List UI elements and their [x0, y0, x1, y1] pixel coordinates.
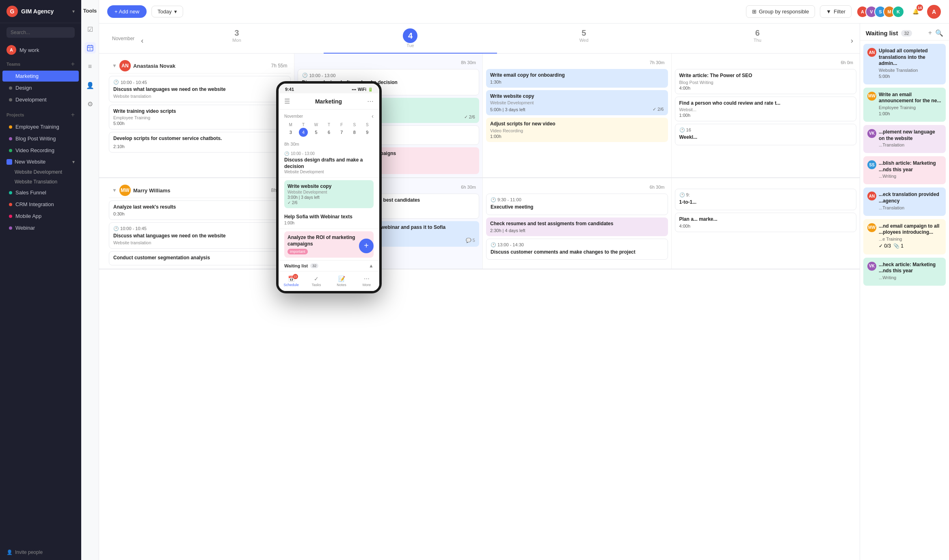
sidebar-item-blog-post-writing[interactable]: Blog Post Writing — [2, 133, 79, 144]
wl-card[interactable]: AN ...eck translation provided ...agency… — [863, 187, 946, 215]
cal-day-tue[interactable]: 4 Tue — [324, 28, 497, 54]
search-waiting-button[interactable]: 🔍 — [935, 29, 943, 37]
task-card[interactable]: Write website copy Website Development 5… — [486, 90, 668, 116]
next-week-button[interactable]: › — [844, 37, 860, 45]
task-card[interactable]: Find a person who could review and rate … — [675, 97, 857, 122]
sidebar-logo[interactable]: G GIM Agency ▾ — [0, 0, 81, 23]
filter-button[interactable]: ▼ Filter — [820, 5, 852, 18]
task-subtitle: Website translation — [113, 94, 286, 99]
mobile-waiting-expand[interactable]: ▲ — [369, 263, 374, 269]
cal-day-thu[interactable]: 6 Thu — [671, 28, 844, 53]
mobile-date-7[interactable]: 7 — [337, 128, 346, 137]
comment-icon: 💬 5 — [466, 238, 475, 243]
task-card[interactable]: Analyze last week's results 0:30h — [109, 200, 291, 220]
filter-label: Filter — [834, 9, 845, 15]
task-time: 🕐 13:00 - 14:30 — [491, 242, 664, 248]
notification-button[interactable]: 🔔 14 — [909, 5, 922, 18]
sidebar-item-development[interactable]: Development — [2, 94, 79, 105]
add-waiting-button[interactable]: + — [928, 29, 932, 37]
mobile-nav-more[interactable]: ⋯ More — [354, 274, 379, 289]
search-input[interactable] — [6, 27, 75, 38]
current-user-avatar[interactable]: A — [927, 5, 941, 19]
tasks-label: Tasks — [311, 283, 321, 287]
calendar-icon[interactable]: 31 — [84, 42, 96, 54]
task-card[interactable]: Write email copy for onboarding 1:30h — [486, 69, 668, 88]
task-card[interactable]: Write training video scripts Employee Tr… — [109, 105, 291, 130]
mobile-menu-icon[interactable]: ☰ — [284, 97, 290, 105]
sidebar-item-new-website[interactable]: New Website ▾ — [0, 156, 81, 167]
sidebar-item-webinar[interactable]: Webinar — [2, 222, 79, 233]
task-card[interactable]: 🕐 13:00 - 14:30 Discuss customer comment… — [486, 239, 668, 260]
task-card[interactable]: Develop scripts for customer service cha… — [109, 132, 291, 153]
task-card[interactable]: Conduct customer segmentation analysis — [109, 251, 291, 266]
cal-day-wed[interactable]: 5 Wed — [497, 28, 670, 53]
mobile-nav-schedule[interactable]: 📅 13 Schedule — [279, 274, 304, 289]
group-by-responsible-button[interactable]: ⊞ Group by responsible — [746, 5, 815, 18]
task-card[interactable]: Adjust scripts for new video Video Recor… — [486, 118, 668, 142]
wl-card-header: VK ...plement new language on the websit… — [867, 129, 942, 147]
mobile-date-5[interactable]: 5 — [312, 128, 321, 137]
add-new-button[interactable]: + Add new — [107, 5, 147, 18]
mobile-nav-notes[interactable]: 📝 Notes — [329, 274, 354, 289]
wl-card[interactable]: VK ...heck article: Marketing ...nds thi… — [863, 258, 946, 286]
wl-card[interactable]: MW ...nd email campaign to all ...ployee… — [863, 219, 946, 254]
col-anastasia-thu: 6h 0m Write article: The Power of SEO Bl… — [672, 54, 860, 177]
sidebar-item-crm-integration[interactable]: CRM Integration — [2, 199, 79, 210]
task-card[interactable]: 🕐 10:00 - 10:45 Discuss what languages w… — [109, 76, 291, 102]
schedule-badge: 13 — [293, 274, 298, 279]
sidebar-item-video-recording[interactable]: Video Recording — [2, 145, 79, 156]
task-card[interactable]: Check resumes and test assigments from c… — [486, 218, 668, 236]
cal-day-mon[interactable]: 3 Mon — [150, 28, 323, 53]
mobile-date-4[interactable]: 4 — [299, 128, 308, 137]
wl-card[interactable]: VK ...plement new language on the websit… — [863, 125, 946, 153]
mobile-task-card-green[interactable]: Write website copy Website Development 3… — [284, 180, 374, 208]
sidebar-item-website-translation[interactable]: Website Translation — [0, 177, 81, 187]
task-card[interactable]: Write article: The Power of SEO Blog Pos… — [675, 69, 857, 94]
mobile-waiting-bar[interactable]: Waiting list 32 ▲ — [279, 260, 379, 271]
sidebar-item-design[interactable]: Design — [2, 82, 79, 93]
col-marry-mon: ▼ MW Marry Williams 8h 15m Analyze last … — [106, 178, 294, 269]
task-card[interactable]: 🕐 16 Weekl... — [675, 124, 857, 145]
mobile-task-item[interactable]: 🕐 10:00 - 13:00 Discuss design drafts an… — [279, 148, 379, 178]
mobile-nav-tasks[interactable]: ✓ Tasks — [304, 274, 329, 289]
mobile-time: 9:41 — [285, 87, 294, 92]
mobile-add-button[interactable]: + — [359, 239, 374, 253]
wl-card[interactable]: MW Write an email announcement for the n… — [863, 88, 946, 122]
mobile-date-8[interactable]: 8 — [350, 128, 359, 137]
calendar-header: November ‹ 3 Mon 4 Tue 5 Wed — [99, 24, 860, 54]
sidebar-item-website-development[interactable]: Website Development — [0, 167, 81, 177]
my-work-item[interactable]: A My work — [0, 42, 81, 58]
collapse-marry[interactable]: ▼ — [112, 187, 117, 193]
mobile-nav-prev[interactable]: ‹ — [372, 113, 374, 119]
mobile-date-9[interactable]: 9 — [363, 128, 372, 137]
wl-card[interactable]: SS ...blish article: Marketing ...nds th… — [863, 156, 946, 184]
mobile-date-6[interactable]: 6 — [324, 128, 333, 137]
person-sidebar-icon[interactable]: 👤 — [84, 80, 96, 91]
task-card[interactable]: Plan a... marke... 4:00h — [675, 213, 857, 232]
sidebar-search[interactable] — [0, 23, 81, 42]
invite-section[interactable]: 👤 Invite people — [0, 545, 81, 560]
task-card[interactable]: 🕐 9:30 - 11:00 Executive meeting — [486, 194, 668, 215]
list-icon[interactable]: ≡ — [84, 61, 96, 72]
mobile-task-item[interactable]: Help Sofia with Webinar texts 1:00h — [279, 211, 379, 229]
sidebar-item-employee-training[interactable]: Employee Training — [2, 121, 79, 132]
sidebar-item-mobile-app[interactable]: Mobile App — [2, 211, 79, 222]
collapse-anastasia[interactable]: ▼ — [112, 63, 117, 69]
add-project-button[interactable]: + — [71, 111, 75, 118]
mobile-more-icon[interactable]: ⋯ — [367, 97, 374, 105]
mobile-app-header: ☰ Marketing ⋯ — [279, 93, 379, 110]
sidebar-item-sales-funnel[interactable]: Sales Funnel — [2, 187, 79, 198]
task-card[interactable]: 🕐 10:00 - 10:45 Discuss what languages w… — [109, 222, 291, 249]
today-button[interactable]: Today ▾ — [151, 6, 183, 17]
video-recording-dot — [9, 149, 12, 152]
sidebar-item-marketing[interactable]: Marketing — [2, 71, 79, 82]
prev-week-button[interactable]: ‹ — [134, 37, 150, 45]
add-team-button[interactable]: + — [71, 60, 75, 68]
checklist-icon[interactable]: ☑ — [84, 24, 96, 35]
task-card[interactable]: 🕐 9: 1-to-1... — [675, 189, 857, 210]
avatar-5[interactable]: K — [892, 6, 904, 18]
mobile-date-3[interactable]: 3 — [286, 128, 295, 137]
wl-card[interactable]: AN Upload all completed translations int… — [863, 44, 946, 84]
gear-icon[interactable]: ⚙ — [84, 98, 96, 110]
wl-avatar: AN — [867, 192, 876, 200]
